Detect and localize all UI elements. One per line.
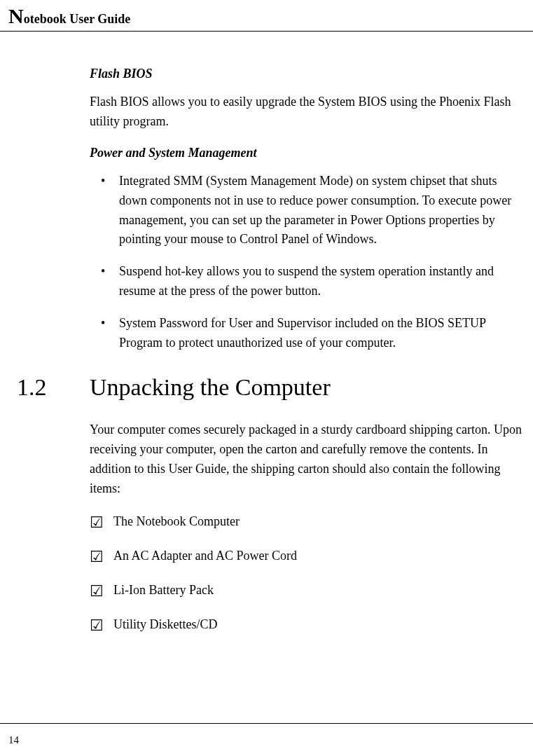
section-number: 1.2	[0, 374, 90, 401]
header-title-rest: otebook User Guide	[24, 12, 131, 26]
subheading-power-mgmt: Power and System Management	[90, 146, 525, 160]
page-number: 14	[8, 734, 19, 745]
header-dropcap: N	[8, 4, 24, 27]
page-content: Flash BIOS Flash BIOS allows you to easi…	[90, 32, 525, 634]
list-item: The Notebook Computer	[90, 512, 525, 531]
paragraph-unpacking: Your computer comes securely packaged in…	[90, 420, 525, 499]
bullet-list-power-mgmt: Integrated SMM (System Management Mode) …	[90, 172, 525, 353]
list-item: System Password for User and Supervisor …	[90, 314, 525, 353]
subheading-flash-bios: Flash BIOS	[90, 67, 525, 81]
section-heading-row: 1.2 Unpacking the Computer	[0, 374, 525, 401]
list-item: Li-Ion Battery Pack	[90, 581, 525, 600]
header-title: Notebook User Guide	[8, 12, 130, 26]
section-title: Unpacking the Computer	[90, 374, 331, 401]
list-item: Suspend hot-key allows you to suspend th…	[90, 262, 525, 301]
list-item: Utility Diskettes/CD	[90, 615, 525, 634]
list-item: Integrated SMM (System Management Mode) …	[90, 172, 525, 250]
page-footer: 14	[0, 723, 533, 756]
list-item: An AC Adapter and AC Power Cord	[90, 547, 525, 565]
paragraph-flash-bios: Flash BIOS allows you to easily upgrade …	[90, 92, 525, 132]
checklist-unpacking: The Notebook Computer An AC Adapter and …	[90, 512, 525, 634]
page-header: Notebook User Guide	[0, 0, 533, 32]
